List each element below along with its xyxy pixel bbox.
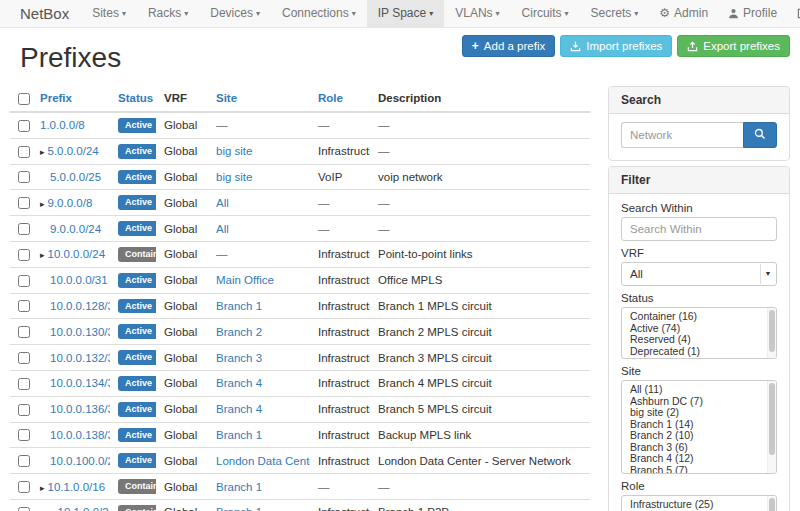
add-prefix-button[interactable]: + Add a prefix xyxy=(462,35,555,57)
log-out-nav-item[interactable]: Log out xyxy=(787,0,800,27)
row-checkbox[interactable] xyxy=(18,249,30,261)
row-checkbox[interactable] xyxy=(18,352,30,364)
filter-option[interactable]: All (11) xyxy=(630,384,762,396)
site-link[interactable]: All xyxy=(216,197,229,209)
vrf-select[interactable]: All ▼ xyxy=(621,262,777,286)
row-checkbox[interactable] xyxy=(18,146,30,158)
admin-nav-item[interactable]: ⚙Admin xyxy=(649,0,718,27)
prefix-link[interactable]: 5.0.0.0/25 xyxy=(50,171,101,183)
row-checkbox[interactable] xyxy=(18,275,30,287)
filter-option[interactable]: Ashburn DC (7) xyxy=(630,396,762,408)
site-link[interactable]: Branch 1 xyxy=(216,481,262,493)
nav-item-connections[interactable]: Connections▾ xyxy=(271,0,367,27)
prefix-link[interactable]: 10.1.0.0/24 xyxy=(58,506,110,511)
nav-item-circuits[interactable]: Circuits▾ xyxy=(511,0,580,27)
column-header-status[interactable]: Status xyxy=(110,86,156,112)
search-within-input[interactable] xyxy=(621,217,777,241)
site-link[interactable]: big site xyxy=(216,171,252,183)
row-checkbox[interactable] xyxy=(18,326,30,338)
site-link[interactable]: Main Office xyxy=(216,274,274,286)
nav-item-sites[interactable]: Sites▾ xyxy=(81,0,137,27)
column-header-vrf: VRF xyxy=(156,86,208,112)
prefix-link[interactable]: 10.0.0.136/31 xyxy=(50,403,110,415)
status-cell: Active xyxy=(110,216,156,242)
prefix-link[interactable]: 10.0.0.0/24 xyxy=(48,248,106,260)
prefix-link[interactable]: 10.0.0.132/31 xyxy=(50,352,110,364)
site-link[interactable]: Branch 4 xyxy=(216,403,262,415)
row-checkbox[interactable] xyxy=(18,223,30,235)
site-link[interactable]: Branch 1 xyxy=(216,300,262,312)
column-header-role[interactable]: Role xyxy=(310,86,370,112)
prefix-link[interactable]: 10.0.0.128/31 xyxy=(50,300,110,312)
site-link[interactable]: Branch 3 xyxy=(216,352,262,364)
expand-caret-icon[interactable]: ▸ xyxy=(40,147,45,157)
role-label: Role xyxy=(621,480,777,492)
prefix-link[interactable]: 10.0.0.130/31 xyxy=(50,326,110,338)
scrollbar-track[interactable] xyxy=(767,308,776,358)
prefix-link[interactable]: 10.0.100.0/24 xyxy=(50,455,110,467)
row-checkbox[interactable] xyxy=(18,300,30,312)
filter-option[interactable]: big site (2) xyxy=(630,407,762,419)
add-prefix-label: Add a prefix xyxy=(484,40,545,52)
row-checkbox[interactable] xyxy=(18,120,30,132)
site-link[interactable]: All xyxy=(216,223,229,235)
filter-option[interactable]: Active (74) xyxy=(630,323,762,335)
prefix-link[interactable]: 9.0.0.0/8 xyxy=(48,197,93,209)
select-all-checkbox[interactable] xyxy=(18,93,30,105)
nav-item-vlans[interactable]: VLANs▾ xyxy=(444,0,510,27)
site-link[interactable]: Branch 1 xyxy=(216,429,262,441)
filter-option[interactable]: Branch 2 (10) xyxy=(630,430,762,442)
row-checkbox[interactable] xyxy=(18,429,30,441)
expand-caret-icon[interactable]: ▸ xyxy=(40,199,45,209)
filter-option[interactable]: Branch 1 (14) xyxy=(630,419,762,431)
filter-option[interactable]: Infrastructure (25) xyxy=(630,499,762,511)
app-brand[interactable]: NetBox xyxy=(8,0,81,27)
expand-caret-icon[interactable]: ▸ xyxy=(40,250,45,260)
site-link[interactable]: Branch 2 xyxy=(216,326,262,338)
filter-option[interactable]: Branch 5 (7) xyxy=(630,465,762,475)
site-multiselect[interactable]: All (11)Ashburn DC (7)big site (2)Branch… xyxy=(621,380,777,474)
prefix-link[interactable]: 10.0.0.0/31 xyxy=(50,274,108,286)
scrollbar-track[interactable] xyxy=(767,381,776,473)
site-link[interactable]: Branch 4 xyxy=(216,377,262,389)
search-input[interactable] xyxy=(621,122,743,148)
row-checkbox[interactable] xyxy=(18,404,30,416)
row-checkbox[interactable] xyxy=(18,171,30,183)
prefix-link[interactable]: 10.1.0.0/16 xyxy=(48,481,106,493)
status-multiselect[interactable]: Container (16)Active (74)Reserved (4)Dep… xyxy=(621,307,777,359)
prefix-link[interactable]: 1.0.0.0/8 xyxy=(40,119,85,131)
import-prefixes-button[interactable]: Import prefixes xyxy=(560,35,672,57)
export-prefixes-button[interactable]: Export prefixes xyxy=(677,35,790,57)
profile-nav-item[interactable]: Profile xyxy=(718,0,787,27)
filter-option[interactable]: Container (16) xyxy=(630,311,762,323)
row-checkbox[interactable] xyxy=(18,481,30,493)
prefix-link[interactable]: 10.0.0.138/31 xyxy=(50,429,110,441)
nav-item-ip-space[interactable]: IP Space▾ xyxy=(367,0,445,27)
site-link[interactable]: London Data Center xyxy=(216,455,310,467)
nav-item-secrets[interactable]: Secrets▾ xyxy=(580,0,650,27)
filter-option[interactable]: Deprecated (1) xyxy=(630,346,762,358)
column-header-prefix[interactable]: Prefix xyxy=(32,86,110,112)
role-multiselect[interactable]: Infrastructure (25)Management (8)Private… xyxy=(621,495,777,511)
prefix-link[interactable]: 9.0.0.0/24 xyxy=(50,223,101,235)
scrollbar-thumb[interactable] xyxy=(769,383,775,455)
scrollbar-track[interactable] xyxy=(767,496,776,511)
filter-option[interactable]: Branch 4 (12) xyxy=(630,453,762,465)
nav-item-racks[interactable]: Racks▾ xyxy=(137,0,199,27)
row-checkbox[interactable] xyxy=(18,378,30,390)
site-link[interactable]: big site xyxy=(216,145,252,157)
expand-caret-icon[interactable]: ▸ xyxy=(40,483,45,493)
column-header-site[interactable]: Site xyxy=(208,86,310,112)
prefix-link[interactable]: 5.0.0.0/24 xyxy=(48,145,99,157)
row-checkbox[interactable] xyxy=(18,197,30,209)
row-checkbox[interactable] xyxy=(18,507,30,511)
filter-option[interactable]: Branch 3 (6) xyxy=(630,442,762,454)
search-button[interactable] xyxy=(743,122,777,148)
nav-item-devices[interactable]: Devices▾ xyxy=(199,0,271,27)
scrollbar-thumb[interactable] xyxy=(769,310,775,352)
filter-option[interactable]: Reserved (4) xyxy=(630,334,762,346)
scrollbar-thumb[interactable] xyxy=(769,498,775,511)
site-link[interactable]: Branch 1 xyxy=(216,506,262,511)
prefix-link[interactable]: 10.0.0.134/31 xyxy=(50,377,110,389)
row-checkbox[interactable] xyxy=(18,455,30,467)
